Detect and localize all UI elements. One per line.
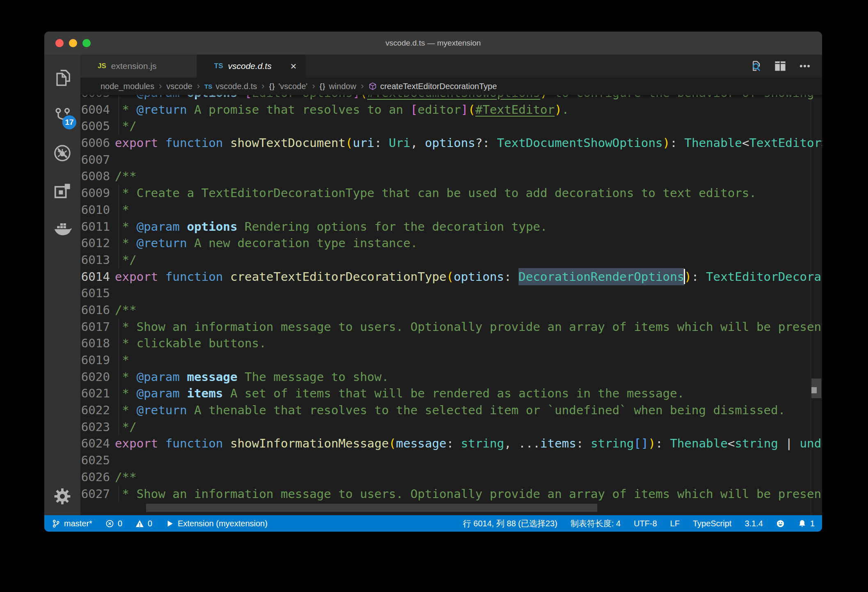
code-line-6027[interactable]: 6027 * Show an information message to us… [80, 486, 822, 503]
code-line-6022[interactable]: 6022 * @return A thenable that resolves … [80, 402, 822, 419]
activity-bar-item-explorer[interactable] [44, 59, 80, 96]
code-line-6003[interactable]: 6003 * @param options [Editor options](#… [80, 95, 822, 101]
status-item-4[interactable]: 制表符长度: 4 [571, 518, 621, 529]
status-label: 1 [810, 519, 815, 528]
tab-vscode.d.ts[interactable]: TSvscode.d.ts× [197, 55, 306, 78]
code-line-6016[interactable]: 6016/** [80, 302, 822, 319]
code-text: export function showInformationMessage(m… [115, 435, 822, 452]
code-line-6006[interactable]: 6006export function showTextDocument(uri… [80, 135, 822, 151]
code-line-6023[interactable]: 6023 */ [80, 419, 822, 436]
activity-bar-item-settings[interactable] [44, 477, 80, 515]
line-number: 6021 [80, 385, 115, 402]
code-line-6018[interactable]: 6018 * clickable buttons. [80, 335, 822, 352]
code-text: */ [115, 118, 822, 135]
breadcrumb-item-window[interactable]: {}window [320, 82, 356, 91]
activity-bar-item-source-control[interactable]: 17 [44, 96, 80, 134]
code-text [115, 452, 822, 469]
horizontal-scrollbar-thumb[interactable] [146, 504, 597, 512]
status-item-UTF8[interactable]: UTF-8 [634, 519, 657, 528]
code-text: * Show an information message to users. … [115, 486, 822, 503]
line-number: 6006 [80, 135, 115, 151]
code-line-6004[interactable]: 6004 * @return A promise that resolves t… [80, 101, 822, 118]
status-label: Extension (myextension) [178, 519, 267, 528]
find-in-file-icon[interactable] [749, 60, 762, 73]
ts-file-icon: TS [204, 83, 212, 90]
status-item-LF[interactable]: LF [670, 519, 680, 528]
line-number: 6023 [80, 419, 115, 436]
status-label: master* [64, 519, 92, 528]
code-text: /** [115, 302, 822, 319]
code-line-6012[interactable]: 6012 * @return A new decoration type ins… [80, 235, 822, 252]
code-line-6020[interactable]: 6020 * @param message The message to sho… [80, 369, 822, 385]
code-line-6025[interactable]: 6025 [80, 452, 822, 469]
bell-icon [798, 519, 806, 528]
line-number: 6010 [80, 202, 115, 218]
breadcrumb-item-vscode[interactable]: {}'vscode' [269, 82, 308, 91]
code-line-6017[interactable]: 6017 * Show an information message to us… [80, 319, 822, 335]
status-item-warningicon[interactable]: 0 [135, 519, 152, 528]
status-label: UTF-8 [634, 519, 657, 528]
breadcrumb: node_modules›vscode›TSvscode.d.ts›{}'vsc… [80, 78, 822, 95]
minimize-window-button[interactable] [69, 39, 77, 47]
code-text: * Show an information message to users. … [115, 319, 822, 335]
zoom-window-button[interactable] [82, 39, 91, 47]
code-line-6019[interactable]: 6019 * [80, 352, 822, 369]
status-item-bellicon[interactable]: 1 [798, 519, 815, 528]
breadcrumb-item-vscodedts[interactable]: TSvscode.d.ts [204, 82, 257, 91]
line-number: 6025 [80, 452, 115, 469]
breadcrumb-label: vscode.d.ts [215, 82, 257, 91]
code-text: * @return A promise that resolves to an … [115, 101, 822, 118]
tab-extension.js[interactable]: JSextension.js [80, 55, 197, 78]
code-text: * @param options [Editor options](#TextD… [115, 95, 822, 101]
code-line-6009[interactable]: 6009 * Create a TextEditorDecorationType… [80, 185, 822, 202]
code-line-6008[interactable]: 6008/** [80, 168, 822, 185]
status-item-60148823[interactable]: 行 6014, 列 88 (已选择23) [463, 518, 557, 529]
activity-bar-item-docker[interactable] [44, 210, 80, 248]
line-number: 6018 [80, 335, 115, 352]
code-line-6015[interactable]: 6015 [80, 285, 822, 302]
line-number: 6008 [80, 168, 115, 185]
code-line-6013[interactable]: 6013 */ [80, 252, 822, 268]
line-number: 6003 [80, 95, 115, 101]
status-label: TypeScript [693, 519, 731, 528]
code-line-6005[interactable]: 6005 */ [80, 118, 822, 135]
code-line-6026[interactable]: 6026/** [80, 469, 822, 486]
code-editor[interactable]: 6003 * @param options [Editor options](#… [80, 95, 822, 515]
code-line-6010[interactable]: 6010 * [80, 202, 822, 218]
code-line-6011[interactable]: 6011 * @param options Rendering options … [80, 218, 822, 235]
code-line-6021[interactable]: 6021 * @param items A set of items that … [80, 385, 822, 402]
split-editor-icon[interactable] [774, 60, 787, 73]
code-line-6024[interactable]: 6024export function showInformationMessa… [80, 435, 822, 452]
tab-label: vscode.d.ts [228, 61, 272, 71]
selected-text: DecorationRenderOptions [519, 268, 684, 285]
breadcrumb-item-nodemodules[interactable]: node_modules [101, 82, 154, 91]
breadcrumb-item-vscode[interactable]: vscode [167, 82, 192, 91]
branch-icon [52, 519, 60, 528]
activity-bar-item-extensions[interactable] [44, 172, 80, 210]
code-text: * [115, 352, 822, 369]
status-item-TypeScript[interactable]: TypeScript [693, 519, 731, 528]
status-item-branchicon[interactable]: master* [52, 519, 92, 528]
breadcrumb-label: 'vscode' [279, 82, 308, 91]
status-item-314[interactable]: 3.1.4 [745, 519, 763, 528]
line-number: 6022 [80, 402, 115, 419]
breadcrumb-item-createTextEditorDecorationType[interactable]: createTextEditorDecorationType [368, 82, 497, 91]
close-window-button[interactable] [55, 39, 64, 47]
status-item-erroricon[interactable]: 0 [105, 519, 122, 528]
ts-file-icon: TS [214, 62, 223, 70]
status-item-playicon[interactable]: Extension (myextension) [165, 519, 267, 528]
breadcrumb-separator-icon: › [312, 81, 315, 92]
gear-icon [53, 487, 72, 506]
line-number: 6020 [80, 369, 115, 385]
status-item-smileyicon[interactable] [776, 519, 785, 528]
code-text: * @return A thenable that resolves to th… [115, 402, 822, 419]
cube-icon [368, 82, 377, 91]
more-actions-icon[interactable] [798, 60, 811, 73]
activity-bar-item-debug-disabled[interactable] [44, 134, 80, 172]
error-icon [105, 519, 114, 528]
close-tab-icon[interactable]: × [284, 61, 297, 71]
code-text [115, 285, 822, 302]
code-line-6007[interactable]: 6007 [80, 151, 822, 168]
code-line-6014[interactable]: 6014export function createTextEditorDeco… [80, 268, 822, 285]
status-bar: master*00Extension (myextension) 行 6014,… [44, 515, 822, 532]
